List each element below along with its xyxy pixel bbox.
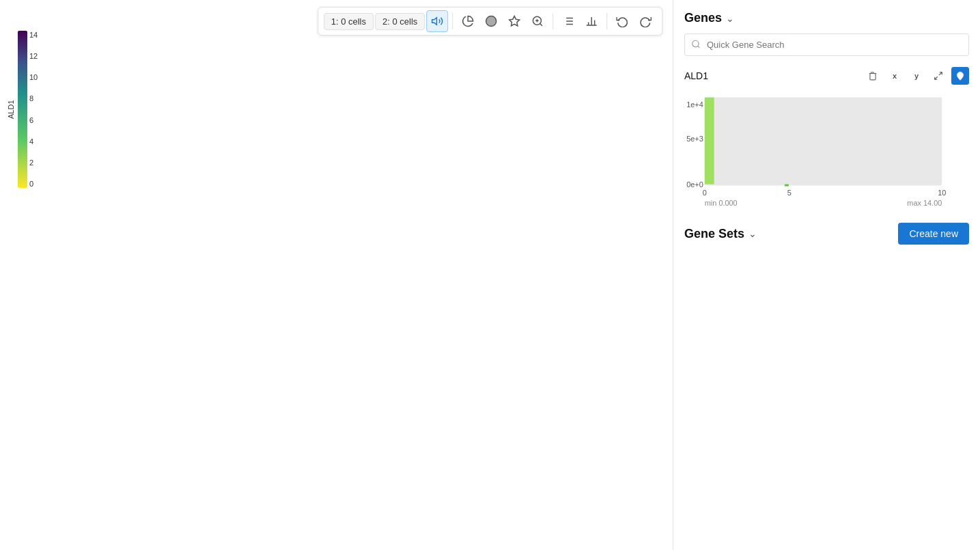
zoom-button[interactable]: [527, 10, 548, 32]
history-group: [611, 10, 656, 32]
svg-line-248: [939, 72, 942, 75]
svg-rect-258: [785, 184, 789, 187]
svg-text:1e+4: 1e+4: [686, 100, 703, 109]
cell-selection-group: 1: 0 cells 2: 0 cells: [324, 10, 449, 32]
genes-title: Genes: [684, 11, 722, 25]
undo-button[interactable]: [611, 10, 633, 32]
legend-color-bar: [18, 31, 27, 188]
gene-expand-button[interactable]: [929, 67, 947, 85]
svg-line-249: [935, 77, 938, 79]
scatter-svg[interactable]: [27, 0, 232, 102]
toolbar: 1: 0 cells 2: 0 cells: [318, 7, 663, 36]
svg-text:5: 5: [787, 189, 792, 197]
svg-text:5e+3: 5e+3: [686, 135, 703, 143]
view-group: [557, 10, 602, 32]
scatter-plot-area[interactable]: ALD1 14 12 10 8 6 4 2 0: [0, 0, 673, 550]
redo-button[interactable]: [634, 10, 656, 32]
pie-chart-button[interactable]: [457, 10, 479, 32]
divider1: [452, 13, 453, 29]
gene-color-button[interactable]: [951, 67, 969, 85]
gene-delete-button[interactable]: [864, 67, 882, 85]
gene-search-input[interactable]: [684, 33, 969, 56]
genes-section-header: Genes ⌄: [684, 11, 969, 25]
gene-y-axis-button[interactable]: y: [908, 67, 925, 85]
cell2-button[interactable]: 2: 0 cells: [375, 13, 425, 30]
legend-label-0: 0: [29, 180, 38, 188]
genes-chevron-icon[interactable]: ⌄: [726, 13, 734, 24]
histogram-svg: 1e+4 5e+3 0e+0 0 5 10 min 0.000 max 14.0…: [684, 90, 969, 206]
svg-point-246: [692, 40, 699, 46]
svg-text:0: 0: [703, 189, 707, 197]
gene-sets-title: Gene Sets: [684, 227, 744, 241]
legend-label-2: 2: [29, 159, 38, 167]
divider2: [552, 13, 553, 29]
svg-rect-250: [705, 98, 942, 186]
search-icon: [691, 39, 701, 51]
legend-label-4: 4: [29, 137, 38, 146]
histogram-container: 1e+4 5e+3 0e+0 0 5 10 min 0.000 max 14.0…: [684, 90, 969, 209]
main-layout: ALD1 14 12 10 8 6 4 2 0: [0, 0, 980, 550]
list-button[interactable]: [557, 10, 579, 32]
divider3: [606, 13, 607, 29]
gene-sets-title-group: Gene Sets ⌄: [684, 227, 757, 241]
gene-actions-ald1: x y: [864, 67, 969, 85]
svg-point-1: [486, 16, 496, 27]
create-new-button[interactable]: Create new: [898, 223, 969, 245]
gene-row-ald1: ALD1 x y: [684, 67, 969, 85]
svg-text:max 14.00: max 14.00: [907, 199, 942, 206]
cell1-button[interactable]: 1: 0 cells: [324, 13, 374, 30]
svg-marker-0: [432, 18, 437, 25]
legend-title: ALD1: [5, 31, 16, 188]
gene-sets-section: Gene Sets ⌄ Create new: [684, 223, 969, 245]
legend-label-6: 6: [29, 116, 38, 124]
svg-marker-2: [509, 16, 520, 26]
svg-text:10: 10: [938, 189, 946, 197]
gene-search-container: [684, 33, 969, 56]
svg-line-247: [698, 46, 700, 48]
bar-chart-button[interactable]: [580, 10, 602, 32]
gene-name-ald1: ALD1: [684, 70, 708, 81]
svg-line-4: [540, 23, 542, 25]
circle-button[interactable]: [480, 10, 502, 32]
svg-text:0e+0: 0e+0: [686, 180, 703, 189]
svg-rect-257: [705, 98, 714, 184]
audio-button[interactable]: [426, 10, 448, 32]
svg-text:min 0.000: min 0.000: [705, 199, 738, 206]
lasso-button[interactable]: [503, 10, 525, 32]
tool-group: [457, 10, 548, 32]
right-panel: Genes ⌄ ALD1 x: [673, 0, 980, 550]
gene-sets-chevron-icon[interactable]: ⌄: [748, 228, 757, 239]
gene-x-axis-button[interactable]: x: [886, 67, 904, 85]
